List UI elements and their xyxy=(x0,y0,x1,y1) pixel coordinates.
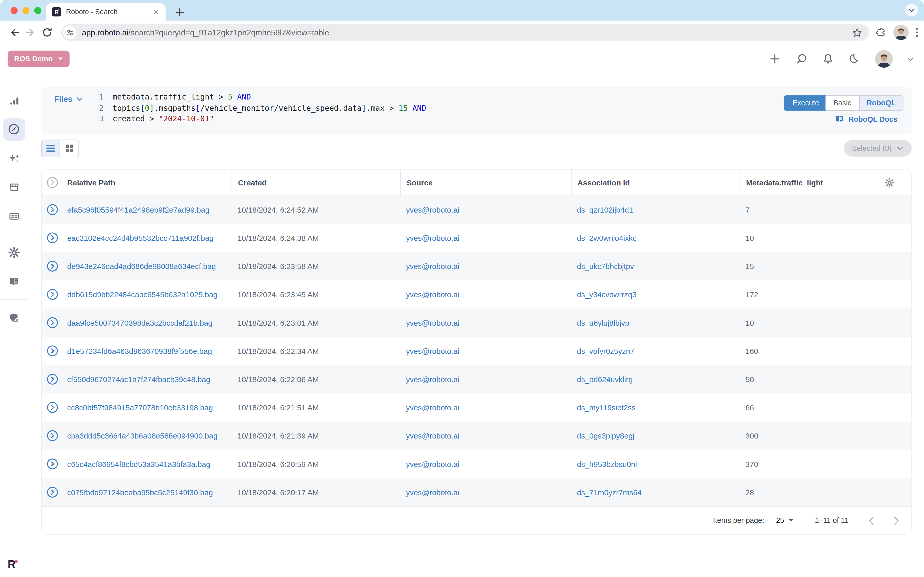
column-header-metadata-traffic-light[interactable]: Metadata.traffic_light xyxy=(746,178,823,187)
association-id-link[interactable]: ds_h953bzbsu0ni xyxy=(571,459,740,468)
relative-path-link[interactable]: ddb615d9bb22484cabc6545b632a1025.bag xyxy=(63,290,232,299)
source-link[interactable]: yves@roboto.ai xyxy=(400,459,571,468)
dark-mode-moon-icon[interactable] xyxy=(848,53,860,65)
source-link[interactable]: yves@roboto.ai xyxy=(400,205,571,214)
zoom-window-button[interactable] xyxy=(34,7,41,15)
mode-roboql-button[interactable]: RoboQL xyxy=(859,96,903,110)
table-row[interactable]: cba3ddd5c3664a43b6a08e586e094900.bag 10/… xyxy=(42,422,911,450)
sidebar-item-ai[interactable] xyxy=(0,143,28,172)
query-target-dropdown[interactable]: Files xyxy=(54,95,82,103)
account-chevron-down-icon[interactable] xyxy=(908,57,913,61)
expand-row-icon[interactable] xyxy=(42,458,63,470)
association-id-link[interactable]: ds_od624uvklirg xyxy=(571,375,740,384)
grid-view-button[interactable] xyxy=(60,140,78,156)
association-id-link[interactable]: ds_0gs3plpy8egj xyxy=(571,431,740,440)
association-id-link[interactable]: ds_ukc7bhcbjtpv xyxy=(571,262,740,271)
source-link[interactable]: yves@roboto.ai xyxy=(400,488,571,496)
search-icon[interactable] xyxy=(795,53,807,65)
sidebar-item-collections[interactable] xyxy=(0,201,28,230)
new-tab-button[interactable] xyxy=(174,6,186,18)
expand-row-icon[interactable] xyxy=(42,373,63,385)
tab-close-icon[interactable]: × xyxy=(152,7,160,16)
execute-button[interactable]: Execute xyxy=(783,95,828,111)
table-row[interactable]: cc8c0bf57f984915a77078b10eb33198.bag 10/… xyxy=(42,393,911,422)
tab-search-chevron-icon[interactable] xyxy=(905,3,918,17)
sidebar-item-settings[interactable] xyxy=(0,238,28,267)
relative-path-link[interactable]: de943e246dad4ad686de98008a634ecf.bag xyxy=(63,262,232,271)
list-view-button[interactable] xyxy=(42,140,60,156)
reload-icon[interactable] xyxy=(39,24,55,40)
back-icon[interactable] xyxy=(6,24,22,40)
expand-row-icon[interactable] xyxy=(42,345,63,357)
sidebar-item-admin[interactable] xyxy=(0,303,28,332)
sidebar-item-search[interactable] xyxy=(0,115,28,143)
browser-tab[interactable]: R Roboto - Search × xyxy=(46,3,166,21)
sidebar-item-docs[interactable] xyxy=(0,267,28,295)
sidebar-item-marketplace[interactable] xyxy=(0,172,28,201)
browser-profile-avatar[interactable] xyxy=(893,25,909,40)
browser-menu-kebab-icon[interactable] xyxy=(916,28,918,37)
bookmark-star-icon[interactable] xyxy=(852,27,862,37)
expand-row-icon[interactable] xyxy=(42,260,63,272)
expand-all-icon[interactable] xyxy=(42,169,63,195)
association-id-link[interactable]: ds_my119siet2ss xyxy=(571,403,740,412)
relative-path-link[interactable]: cba3ddd5c3664a43b6a08e586e094900.bag xyxy=(63,431,232,440)
source-link[interactable]: yves@roboto.ai xyxy=(400,347,571,355)
association-id-link[interactable]: ds_71m0yzr7ms64 xyxy=(571,488,740,496)
column-header-created[interactable]: Created xyxy=(231,169,400,195)
relative-path-link[interactable]: daa9fce50073470398da3c2bccdaf21b.bag xyxy=(63,318,232,327)
source-link[interactable]: yves@roboto.ai xyxy=(400,234,571,242)
table-row[interactable]: c65c4acf86954f8cbd53a3541a3bfa3a.bag 10/… xyxy=(42,450,911,478)
table-row[interactable]: daa9fce50073470398da3c2bccdaf21b.bag 10/… xyxy=(42,308,911,337)
selected-actions-button[interactable]: Selected (0) xyxy=(844,140,912,156)
column-header-relative-path[interactable]: Relative Path xyxy=(63,169,232,195)
association-id-link[interactable]: ds_y34cvowrrzq3 xyxy=(571,290,740,299)
mode-basic-button[interactable]: Basic xyxy=(826,96,859,110)
expand-row-icon[interactable] xyxy=(42,430,63,442)
table-row[interactable]: eac3102e4cc24d4b95532bcc711a902f.bag 10/… xyxy=(42,224,911,252)
relative-path-link[interactable]: c65c4acf86954f8cbd53a3541a3bfa3a.bag xyxy=(63,459,232,468)
relative-path-link[interactable]: d1e57234fd6a463d963670938f9f556e.bag xyxy=(63,347,232,355)
association-id-link[interactable]: ds_vofyr0z5yzn7 xyxy=(571,347,740,355)
relative-path-link[interactable]: c075fbdd97124beaba95bc5c25149f30.bag xyxy=(63,488,232,496)
relative-path-link[interactable]: eac3102e4cc24d4b95532bcc711a902f.bag xyxy=(63,234,232,242)
column-header-source[interactable]: Source xyxy=(400,169,571,195)
page-size-select[interactable]: 25 xyxy=(776,516,794,525)
source-link[interactable]: yves@roboto.ai xyxy=(400,403,571,412)
table-row[interactable]: efa5c96f05594f41a2498eb9f2e7ad99.bag 10/… xyxy=(42,195,911,224)
relative-path-link[interactable]: cc8c0bf57f984915a77078b10eb33198.bag xyxy=(63,403,232,412)
site-settings-icon[interactable] xyxy=(63,26,77,39)
expand-row-icon[interactable] xyxy=(42,232,63,244)
table-row[interactable]: c075fbdd97124beaba95bc5c25149f30.bag 10/… xyxy=(42,478,911,506)
source-link[interactable]: yves@roboto.ai xyxy=(400,375,571,384)
relative-path-link[interactable]: efa5c96f05594f41a2498eb9f2e7ad99.bag xyxy=(63,205,232,214)
create-plus-icon[interactable] xyxy=(769,53,781,65)
table-row[interactable]: de943e246dad4ad686de98008a634ecf.bag 10/… xyxy=(42,252,911,280)
expand-row-icon[interactable] xyxy=(42,486,63,498)
relative-path-link[interactable]: cf550d9670274ac1a7f274fbacb39c48.bag xyxy=(63,375,232,384)
table-row[interactable]: cf550d9670274ac1a7f274fbacb39c48.bag 10/… xyxy=(42,365,911,393)
source-link[interactable]: yves@roboto.ai xyxy=(400,262,571,271)
source-link[interactable]: yves@roboto.ai xyxy=(400,318,571,327)
user-avatar[interactable] xyxy=(875,50,893,68)
expand-row-icon[interactable] xyxy=(42,401,63,413)
forward-icon[interactable] xyxy=(22,24,39,40)
sidebar-item-analytics[interactable] xyxy=(0,86,28,114)
association-id-link[interactable]: ds_2w0wnjo4ixkc xyxy=(571,234,740,242)
roboql-docs-link[interactable]: RoboQL Docs xyxy=(834,115,898,124)
association-id-link[interactable]: ds_u6yluj8lbjvp xyxy=(571,318,740,327)
association-id-link[interactable]: ds_qzr102ijb4d1 xyxy=(571,205,740,214)
column-settings-gear-icon[interactable] xyxy=(884,177,903,187)
extensions-puzzle-icon[interactable] xyxy=(875,27,886,38)
table-row[interactable]: d1e57234fd6a463d963670938f9f556e.bag 10/… xyxy=(42,337,911,365)
roboql-editor[interactable]: 1 metadata.traffic_light > 5 AND 2 topic… xyxy=(93,92,426,124)
next-page-icon[interactable] xyxy=(894,516,899,525)
url-bar[interactable]: app.roboto.ai/search?queryId=q_91a12gkz1… xyxy=(61,24,869,40)
expand-row-icon[interactable] xyxy=(42,204,63,215)
source-link[interactable]: yves@roboto.ai xyxy=(400,290,571,299)
expand-row-icon[interactable] xyxy=(42,317,63,329)
close-window-button[interactable] xyxy=(11,7,18,15)
org-switcher-button[interactable]: ROS Demo xyxy=(8,50,70,67)
expand-row-icon[interactable] xyxy=(42,288,63,300)
column-header-association-id[interactable]: Association Id xyxy=(571,169,740,195)
